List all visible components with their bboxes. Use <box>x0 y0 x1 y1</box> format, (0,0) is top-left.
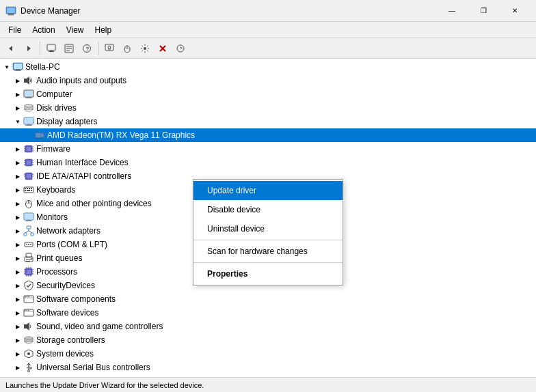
expand-gpu[interactable] <box>23 130 34 141</box>
toolbar-computer[interactable] <box>43 40 59 57</box>
toolbar-uninstall[interactable] <box>155 40 171 57</box>
toolbar-mouse[interactable] <box>119 40 135 57</box>
chip-icon <box>23 143 34 154</box>
svg-rect-73 <box>27 190 30 191</box>
toolbar-scan[interactable] <box>101 40 118 57</box>
network-icon <box>23 225 34 236</box>
expand-root[interactable]: ▼ <box>1 61 12 72</box>
expand-mice[interactable]: ▶ <box>12 198 23 209</box>
tree-item-hid[interactable]: ▶ Human Interface Devices <box>0 156 536 169</box>
storage-icon <box>23 335 34 346</box>
toolbar-settings[interactable] <box>137 40 153 57</box>
expand-disk[interactable]: ▶ <box>12 102 23 113</box>
sysdev-icon <box>23 348 34 359</box>
storage-label: Storage controllers <box>36 335 105 345</box>
ctx-sep-1 <box>193 240 343 240</box>
svg-rect-74 <box>31 190 32 191</box>
toolbar-properties[interactable] <box>61 40 77 57</box>
expand-softwarecomp[interactable]: ▶ <box>12 294 23 305</box>
tree-item-disk[interactable]: ▶ Disk drives <box>0 101 536 115</box>
window-controls[interactable]: — ❐ ✕ <box>436 0 531 22</box>
display-label: Display adapters <box>36 117 97 126</box>
expand-sysdev[interactable]: ▶ <box>12 348 23 359</box>
ctx-scan-hardware[interactable]: Scan for hardware changes <box>193 242 343 261</box>
print-icon <box>23 253 34 264</box>
svg-rect-35 <box>25 118 33 124</box>
toolbar-refresh[interactable] <box>172 40 189 57</box>
expand-softwaredev[interactable]: ▶ <box>12 307 23 318</box>
expand-ports[interactable]: ▶ <box>12 239 23 250</box>
svg-point-14 <box>108 46 111 48</box>
tree-item-usb[interactable]: ▶ Universal Serial Bus controllers <box>0 361 536 374</box>
svg-rect-26 <box>24 79 27 83</box>
svg-point-18 <box>144 47 146 50</box>
expand-firmware[interactable]: ▶ <box>12 143 23 154</box>
tree-item-audio[interactable]: ▶ Audio inputs and outputs <box>0 74 536 87</box>
expand-sound[interactable]: ▶ <box>12 321 23 332</box>
expand-network[interactable]: ▶ <box>12 225 23 236</box>
tree-item-sound[interactable]: ▶ Sound, video and game controllers <box>0 320 536 333</box>
expand-audio[interactable]: ▶ <box>12 75 23 86</box>
ctx-uninstall-device-label: Uninstall device <box>207 224 265 234</box>
expand-monitors[interactable]: ▶ <box>12 212 23 223</box>
expand-print[interactable]: ▶ <box>12 253 23 264</box>
expand-keyboard[interactable]: ▶ <box>12 184 23 195</box>
usb-label: Universal Serial Bus controllers <box>36 363 150 372</box>
computer-small-icon <box>23 89 34 100</box>
svg-point-115 <box>27 296 28 298</box>
usb-icon <box>23 362 34 373</box>
processor-icon <box>23 266 34 277</box>
ctx-uninstall-device[interactable]: Uninstall device <box>193 219 343 238</box>
tree-item-computer[interactable]: ▶ Computer <box>0 87 536 101</box>
print-label: Print queues <box>36 253 82 263</box>
tree-item-softwarecomp[interactable]: ▶ Software components <box>0 292 536 306</box>
expand-security[interactable]: ▶ <box>12 280 23 291</box>
ide-icon <box>23 171 34 182</box>
expand-hid[interactable]: ▶ <box>12 157 23 168</box>
expand-processors[interactable]: ▶ <box>12 266 23 277</box>
svg-point-119 <box>25 310 26 311</box>
tree-item-display[interactable]: ▼ Display adapters <box>0 115 536 128</box>
expand-display[interactable]: ▼ <box>12 116 23 127</box>
toolbar-sep-2 <box>98 42 98 55</box>
svg-rect-6 <box>49 51 54 52</box>
svg-point-121 <box>28 310 29 311</box>
toolbar-help[interactable]: ? <box>79 40 95 57</box>
mouse-icon <box>23 198 34 209</box>
toolbar-forward[interactable] <box>21 40 37 57</box>
tree-item-firmware[interactable]: ▶ Firmware <box>0 142 536 156</box>
window-title: Device Manager <box>21 6 436 16</box>
security-icon <box>23 280 34 291</box>
maximize-button[interactable]: ❐ <box>468 0 499 22</box>
minimize-button[interactable]: — <box>436 0 468 22</box>
expand-ide[interactable]: ▶ <box>12 171 23 182</box>
svg-point-92 <box>30 244 31 245</box>
menu-file[interactable]: File <box>3 24 27 36</box>
menu-view[interactable]: View <box>61 24 90 36</box>
ctx-update-driver[interactable]: Update driver <box>193 181 343 200</box>
expand-storage[interactable]: ▶ <box>12 335 23 346</box>
tree-item-storage[interactable]: ▶ Storage controllers <box>0 333 536 347</box>
hid-icon <box>23 157 34 168</box>
expand-computer[interactable]: ▶ <box>12 89 23 100</box>
toolbar-back[interactable] <box>3 40 19 57</box>
menu-help[interactable]: Help <box>90 24 118 36</box>
ide-label: IDE ATA/ATAPI controllers <box>36 171 131 181</box>
svg-line-87 <box>25 231 29 233</box>
toolbar: ? <box>0 38 536 59</box>
ctx-disable-device[interactable]: Disable device <box>193 200 343 219</box>
tree-item-softwaredev[interactable]: ▶ Software devices <box>0 306 536 320</box>
sound-label: Sound, video and game controllers <box>36 322 163 331</box>
hid-label: Human Interface Devices <box>36 158 129 167</box>
tree-root[interactable]: ▼ Stella-PC <box>0 60 536 74</box>
tree-item-sysdev[interactable]: ▶ System devices <box>0 347 536 361</box>
svg-rect-71 <box>31 188 32 189</box>
ctx-properties[interactable]: Properties <box>193 264 343 283</box>
mice-label: Mice and other pointing devices <box>36 199 152 208</box>
svg-rect-28 <box>25 91 33 96</box>
close-button[interactable]: ✕ <box>499 0 531 22</box>
tree-item-gpu[interactable]: AMD Radeon(TM) RX Vega 11 Graphics <box>0 128 536 142</box>
expand-usb[interactable]: ▶ <box>12 362 23 373</box>
svg-rect-23 <box>14 64 22 69</box>
menu-action[interactable]: Action <box>27 24 60 36</box>
